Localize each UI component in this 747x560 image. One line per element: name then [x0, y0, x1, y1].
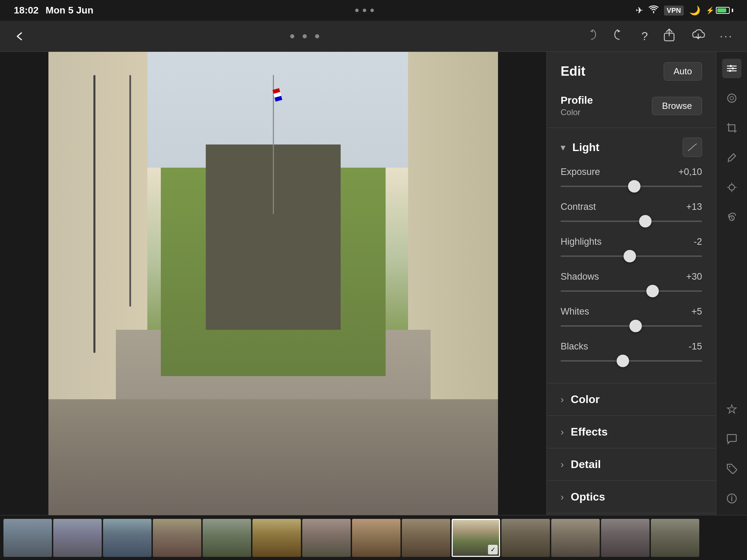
color-section: › Color [547, 383, 716, 416]
profile-label: Profile [561, 94, 593, 106]
filmstrip-item[interactable] [103, 519, 151, 557]
browse-button[interactable]: Browse [652, 97, 702, 115]
detail-header-left: › Detail [561, 458, 601, 471]
filmstrip-item[interactable] [302, 519, 351, 557]
filmstrip-item[interactable] [203, 519, 251, 557]
exposure-value: +0,10 [679, 167, 702, 177]
nav-dot1 [290, 34, 294, 38]
detail-chevron: › [561, 459, 564, 470]
share-button[interactable] [662, 27, 677, 45]
whites-track[interactable] [561, 320, 702, 332]
toolbar-tag-icon[interactable] [722, 459, 741, 478]
blacks-value: -15 [689, 341, 702, 352]
color-chevron: › [561, 394, 564, 405]
light-chevron: ▾ [561, 142, 565, 153]
blacks-track-bg [561, 360, 702, 362]
dot3 [370, 9, 374, 12]
filmstrip-item[interactable] [53, 519, 102, 557]
shadows-track[interactable] [561, 286, 702, 297]
tone-curve-button[interactable] [683, 138, 702, 157]
blacks-thumb[interactable] [617, 355, 629, 367]
highlights-track-bg [561, 255, 702, 257]
photo-placeholder [48, 52, 498, 515]
toolbar-star-icon[interactable] [722, 400, 741, 419]
svg-point-9 [729, 185, 735, 190]
filmstrip-item[interactable] [501, 519, 550, 557]
contrast-thumb[interactable] [639, 215, 652, 227]
light-header[interactable]: ▾ Light [547, 128, 716, 167]
exposure-track[interactable] [561, 181, 702, 192]
whites-slider-row: Whites +5 [561, 306, 702, 332]
nav-dot2 [303, 34, 307, 38]
auto-button[interactable]: Auto [664, 62, 702, 81]
toolbar-history-icon[interactable] [722, 207, 741, 227]
contrast-track-bg [561, 221, 702, 222]
check-mark: ✓ [488, 545, 498, 554]
shadows-slider-row: Shadows +30 [561, 271, 702, 297]
filmstrip-item[interactable] [352, 519, 400, 557]
edit-panel: Edit Auto Profile Color Browse [546, 52, 716, 515]
highlights-track[interactable] [561, 251, 702, 262]
toolbar-crop-icon[interactable] [722, 118, 741, 138]
shadows-thumb[interactable] [646, 285, 659, 297]
optics-chevron: › [561, 492, 564, 503]
whites-value: +5 [691, 306, 702, 317]
effects-header[interactable]: › Effects [547, 416, 716, 448]
svg-point-6 [729, 70, 731, 72]
undo-button[interactable] [612, 27, 627, 45]
filmstrip-item[interactable] [651, 519, 699, 557]
toolbar-selective-icon[interactable] [722, 178, 741, 197]
top-nav-left [14, 30, 26, 43]
right-side: Edit Auto Profile Color Browse [546, 52, 747, 515]
status-right: ✈ VPN 🌙 ⚡ [636, 5, 733, 16]
nav-dot3 [315, 34, 319, 38]
toolbar-info-icon[interactable] [722, 489, 741, 508]
optics-section: › Optics [547, 481, 716, 513]
filmstrip-item[interactable] [551, 519, 600, 557]
svg-point-13 [731, 496, 732, 497]
shadows-label-row: Shadows +30 [561, 271, 702, 282]
filmstrip-item[interactable] [402, 519, 450, 557]
detail-title: Detail [571, 458, 601, 471]
battery-icon: ⚡ [706, 6, 733, 15]
more-button[interactable]: ··· [720, 30, 733, 43]
whites-thumb[interactable] [629, 320, 642, 332]
color-header[interactable]: › Color [547, 383, 716, 416]
highlights-thumb[interactable] [624, 250, 636, 262]
effects-title: Effects [571, 426, 608, 438]
toolbar-edit-icon[interactable] [722, 59, 741, 78]
blacks-track[interactable] [561, 355, 702, 366]
moon-icon: 🌙 [689, 5, 700, 16]
filmstrip-item-active[interactable]: ✓ [452, 519, 500, 557]
contrast-label-row: Contrast +13 [561, 202, 702, 212]
exposure-label: Exposure [561, 167, 600, 177]
sliders-area: Exposure +0,10 [547, 167, 716, 383]
shadows-track-bg [561, 290, 702, 292]
blacks-label-row: Blacks -15 [561, 341, 702, 352]
contrast-track[interactable] [561, 216, 702, 227]
help-button[interactable]: ? [641, 29, 648, 43]
filmstrip-item[interactable] [601, 519, 649, 557]
filmstrip-item[interactable] [3, 519, 52, 557]
filmstrip-item[interactable] [153, 519, 201, 557]
toolbar-brush-icon[interactable] [722, 148, 741, 167]
blacks-slider-row: Blacks -15 [561, 341, 702, 366]
cloud-button[interactable] [691, 27, 706, 45]
highlights-slider-row: Highlights -2 [561, 236, 702, 262]
toolbar-chat-icon[interactable] [722, 429, 741, 449]
svg-point-8 [730, 96, 734, 100]
status-left: 18:02 Mon 5 Jun [14, 5, 93, 16]
filmstrip-item[interactable] [252, 519, 301, 557]
detail-header[interactable]: › Detail [547, 448, 716, 480]
right-toolbar [716, 52, 747, 515]
svg-point-5 [732, 67, 734, 69]
optics-header[interactable]: › Optics [547, 481, 716, 513]
airplane-icon: ✈ [636, 5, 643, 16]
exposure-thumb[interactable] [628, 180, 640, 193]
blacks-label: Blacks [561, 341, 588, 352]
time: 18:02 [14, 5, 39, 16]
toolbar-heal-icon[interactable] [722, 88, 741, 108]
back-button[interactable] [14, 30, 26, 43]
top-nav-center [290, 34, 319, 38]
redo-button[interactable] [583, 27, 598, 45]
